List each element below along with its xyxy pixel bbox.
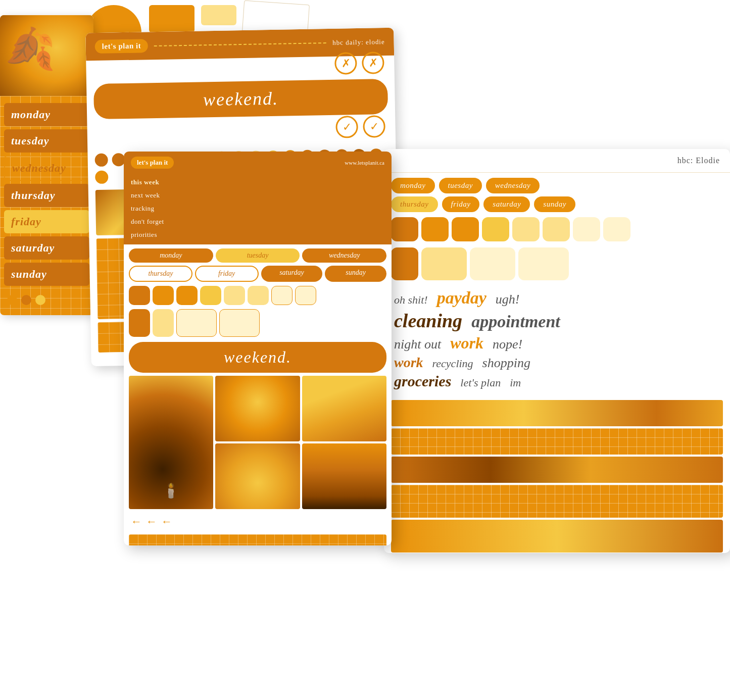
sm-header: let's plan it www.letsplanit.ca bbox=[124, 152, 392, 174]
sm-days-row: monday tuesday wednesday bbox=[124, 244, 392, 265]
dots-row bbox=[0, 289, 93, 311]
ss-recycling: recycling bbox=[432, 357, 473, 370]
wb-dashed-line bbox=[154, 42, 326, 46]
sm-sq bbox=[153, 309, 174, 337]
ss-sq bbox=[391, 247, 418, 280]
day-monday: monday bbox=[4, 103, 89, 126]
sm-weekend-label: weekend. bbox=[129, 342, 386, 373]
ss-im: im bbox=[510, 376, 521, 389]
sm-arrows: ← ← ← bbox=[124, 511, 392, 532]
ss-sq bbox=[512, 217, 540, 241]
ss-days-row2: thursday friday saturday sunday bbox=[384, 195, 730, 214]
ss-nope: nope! bbox=[493, 337, 522, 352]
sm-sq bbox=[129, 309, 150, 337]
ss-strip-5 bbox=[391, 520, 723, 553]
sm-sq bbox=[176, 286, 198, 305]
dot-1 bbox=[7, 295, 17, 305]
ss-night-out: night out bbox=[394, 337, 441, 352]
ss-work1: work bbox=[450, 334, 483, 353]
ss-photo-strips bbox=[391, 400, 723, 553]
sidebar-dont-forget: don't forget bbox=[131, 215, 392, 228]
sm-squares-row2 bbox=[124, 307, 392, 339]
ss-sunday: sunday bbox=[534, 196, 575, 212]
sheet-main: let's plan it www.letsplanit.ca this wee… bbox=[124, 152, 392, 545]
ss-sq bbox=[603, 217, 630, 241]
ss-strip-4 bbox=[391, 485, 723, 518]
sm-day-saturday: saturday bbox=[261, 266, 323, 282]
ss-sq bbox=[470, 247, 515, 280]
ss-oh-shit: oh shit! bbox=[394, 293, 428, 307]
ss-strip-1 bbox=[391, 400, 723, 426]
wb-weekend-label: weekend. bbox=[93, 79, 388, 119]
sm-url: www.letsplanit.ca bbox=[345, 160, 384, 166]
sidebar-priorities: priorities bbox=[131, 228, 392, 241]
sheet-days: monday tuesday wednesday thursday friday… bbox=[0, 15, 93, 315]
days-grid-bg: monday tuesday wednesday thursday friday… bbox=[0, 96, 93, 315]
ss-brand: hbc: Elodie bbox=[677, 156, 720, 165]
sm-sq bbox=[200, 286, 221, 305]
sm-sq bbox=[153, 286, 174, 305]
arrow-3: ← bbox=[161, 515, 172, 528]
day-wednesday: wednesday bbox=[4, 156, 89, 181]
dot bbox=[112, 153, 125, 166]
ss-sq bbox=[421, 247, 467, 280]
sm-day-friday: friday bbox=[195, 266, 259, 282]
ss-wednesday: wednesday bbox=[486, 178, 540, 193]
ss-monday: monday bbox=[391, 178, 435, 193]
ss-groceries: groceries bbox=[394, 373, 451, 390]
wb-brand: hbc daily: elodie bbox=[332, 38, 385, 47]
sm-photo-candle: 🕯️ bbox=[129, 376, 213, 509]
ss-sq bbox=[391, 217, 418, 241]
sm-sidebar: this week next week tracking don't forge… bbox=[124, 174, 392, 244]
ss-sq bbox=[482, 217, 509, 241]
sm-day-sunday: sunday bbox=[325, 266, 386, 282]
dot-3 bbox=[35, 295, 45, 305]
checkbox-check2: ✓ bbox=[363, 115, 385, 138]
sm-day-thursday: thursday bbox=[129, 266, 192, 282]
sm-sq bbox=[224, 286, 245, 305]
dot bbox=[94, 154, 108, 167]
sm-day-tuesday: tuesday bbox=[216, 248, 300, 263]
ss-text-area: oh shit! payday ugh! cleaning appointmen… bbox=[384, 283, 730, 397]
sm-day-monday: monday bbox=[129, 248, 213, 263]
dot-2 bbox=[21, 295, 31, 305]
sm-days-row2: thursday friday saturday sunday bbox=[124, 265, 392, 284]
ss-thursday: thursday bbox=[391, 196, 438, 212]
sheet-stickers: hbc: Elodie monday tuesday wednesday thu… bbox=[384, 149, 730, 553]
ss-work2: work bbox=[394, 355, 423, 371]
ss-strip-3 bbox=[391, 457, 723, 483]
sm-sq bbox=[129, 286, 150, 305]
ss-sq bbox=[518, 247, 569, 280]
rect-orange-shape bbox=[149, 5, 194, 33]
ss-text-row2: cleaning appointment bbox=[394, 310, 720, 332]
sm-sq bbox=[295, 286, 316, 305]
rect-pale-shape bbox=[201, 5, 236, 25]
wb-checkboxes-check: ✓ ✓ bbox=[87, 115, 396, 143]
ss-text-row3: night out work nope! bbox=[394, 334, 720, 353]
ss-days-row: monday tuesday wednesday bbox=[384, 173, 730, 195]
days-photo bbox=[0, 15, 93, 96]
ss-text-row1: oh shit! payday ugh! bbox=[394, 288, 720, 308]
sm-sq bbox=[248, 286, 269, 305]
wb-tag: let's plan it bbox=[95, 39, 149, 54]
ss-ugh: ugh! bbox=[496, 292, 520, 307]
sm-photo-sunflowers bbox=[215, 443, 300, 509]
arrow-1: ← bbox=[131, 515, 142, 528]
dot bbox=[95, 171, 108, 184]
sm-bottom-grid bbox=[129, 534, 386, 545]
sm-photo-sunset bbox=[302, 443, 386, 509]
ss-sq bbox=[543, 217, 570, 241]
ss-cleaning: cleaning bbox=[394, 310, 462, 332]
ss-sq bbox=[421, 217, 449, 241]
day-saturday: saturday bbox=[4, 236, 89, 260]
ss-header: hbc: Elodie bbox=[384, 149, 730, 173]
ss-text-row4: work recycling shopping bbox=[394, 355, 720, 371]
ss-text-row5: groceries let's plan im bbox=[394, 373, 720, 390]
ss-squares-row2 bbox=[384, 244, 730, 283]
day-tuesday: tuesday bbox=[4, 129, 89, 153]
ss-lets-plan: let's plan bbox=[460, 376, 501, 389]
ss-tuesday: tuesday bbox=[439, 178, 482, 193]
ss-squares-row1 bbox=[384, 214, 730, 244]
sm-photo-car bbox=[302, 376, 386, 441]
sm-sq bbox=[176, 309, 217, 337]
